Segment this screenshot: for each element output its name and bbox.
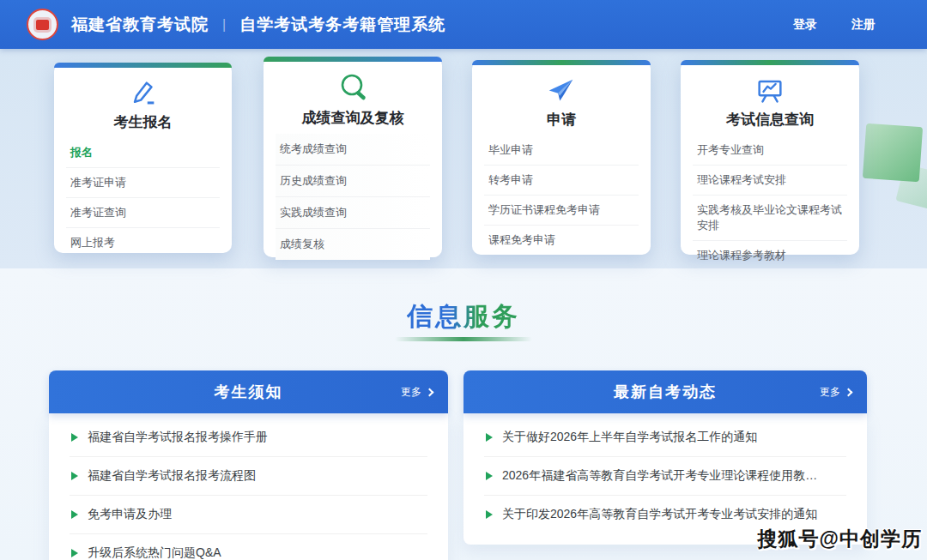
more-label: 更多 [820, 385, 840, 400]
seal-core-icon [36, 20, 49, 30]
panel-title: 考生须知 [215, 382, 283, 402]
card-menu-item[interactable]: 实践成绩查询 [276, 197, 430, 229]
list-item-label: 福建省自学考试报名报考流程图 [88, 468, 256, 484]
search-icon [336, 71, 370, 105]
triangle-right-icon [486, 510, 493, 519]
list-item[interactable]: 免考申请及办理 [70, 496, 427, 534]
card-menu: 开考专业查询 理论课程考试安排 实践考核及毕业论文课程考试安排 理论课程参考教材 [681, 135, 859, 270]
more-button[interactable]: 更多 [401, 370, 433, 413]
list-item[interactable]: 升级后系统热门问题Q&A [70, 534, 427, 560]
card-applications: 申请 毕业申请 转考申请 学历证书课程免考申请 课程免考申请 [472, 60, 651, 255]
card-menu-item[interactable]: 开考专业查询 [693, 135, 847, 166]
more-button[interactable]: 更多 [820, 370, 851, 413]
card-title: 考试信息查询 [681, 110, 859, 129]
panel-header: 考生须知 更多 [49, 370, 448, 413]
panel-title: 最新自考动态 [614, 382, 717, 402]
list-item-label: 免考申请及办理 [88, 507, 172, 522]
title-underline [395, 337, 532, 341]
card-menu-item[interactable]: 网上报考 [66, 228, 220, 257]
card-menu-item[interactable]: 实践考核及毕业论文课程考试安排 [693, 196, 847, 241]
card-exam-info-query: 考试信息查询 开考专业查询 理论课程考试安排 实践考核及毕业论文课程考试安排 理… [681, 60, 859, 255]
presentation-chart-icon [754, 75, 786, 107]
register-link[interactable]: 注册 [851, 17, 876, 33]
card-menu-item[interactable]: 学历证书课程免考申请 [484, 196, 639, 226]
chevron-right-icon [845, 388, 853, 396]
list-item-label: 2026年福建省高等教育自学考试开考专业理论课程使用教… [502, 468, 817, 484]
triangle-right-icon [71, 433, 78, 442]
pencil-icon [127, 77, 160, 110]
watermark: 搜狐号@中创学历 [758, 526, 922, 552]
list-item[interactable]: 福建省自学考试报名报考流程图 [70, 457, 427, 496]
panel-header: 最新自考动态 更多 [464, 370, 867, 413]
top-navigation-bar: 福建省教育考试院 | 自学考试考务考籍管理系统 登录 注册 [0, 0, 927, 49]
card-menu-item[interactable]: 转考申请 [484, 166, 639, 196]
card-menu: 统考成绩查询 历史成绩查询 实践成绩查询 成绩复核 [264, 134, 442, 260]
notice-panel: 考生须知 更多 福建省自学考试报名报考操作手册 福建省自学考试报名报考流程图 免… [49, 370, 448, 560]
list-item-label: 关于做好2026年上半年自学考试报名工作的通知 [502, 430, 757, 445]
org-title: 福建省教育考试院 [71, 14, 209, 36]
triangle-right-icon [71, 549, 78, 557]
card-menu: 报名 准考证申请 准考证查询 网上报考 [54, 138, 232, 257]
card-score-query-review: 成绩查询及复核 统考成绩查询 历史成绩查询 实践成绩查询 成绩复核 [264, 57, 442, 257]
triangle-right-icon [71, 472, 78, 480]
info-section-title: 信息服务 [407, 299, 520, 334]
triangle-right-icon [486, 433, 493, 442]
login-link[interactable]: 登录 [793, 17, 817, 33]
list-item-label: 福建省自学考试报名报考操作手册 [88, 430, 268, 445]
card-menu-item[interactable]: 毕业申请 [484, 135, 639, 166]
paper-plane-icon [545, 75, 578, 107]
list-item-label: 升级后系统热门问题Q&A [88, 545, 221, 560]
triangle-right-icon [486, 472, 493, 480]
panel-body: 福建省自学考试报名报考操作手册 福建省自学考试报名报考流程图 免考申请及办理 升… [49, 413, 448, 560]
triangle-right-icon [71, 510, 78, 519]
list-item[interactable]: 关于做好2026年上半年自学考试报名工作的通知 [484, 418, 846, 457]
card-title: 考生报名 [54, 112, 232, 132]
card-menu-item[interactable]: 统考成绩查询 [276, 134, 430, 166]
green-deco-square [863, 123, 923, 182]
card-title: 成绩查询及复核 [264, 108, 442, 128]
card-menu-item[interactable]: 理论课程考试安排 [693, 166, 847, 196]
news-panel: 最新自考动态 更多 关于做好2026年上半年自学考试报名工作的通知 2026年福… [464, 370, 867, 545]
title-divider: | [222, 17, 226, 33]
more-label: 更多 [401, 385, 421, 400]
card-menu-item[interactable]: 准考证申请 [66, 168, 220, 198]
card-menu-item[interactable]: 报名 [66, 138, 220, 168]
chevron-right-icon [426, 388, 434, 396]
list-item-label: 关于印发2026年高等教育自学考试开考专业考试安排的通知 [502, 507, 817, 522]
card-menu-item[interactable]: 成绩复核 [276, 229, 430, 260]
card-menu-item[interactable]: 准考证查询 [66, 198, 220, 228]
card-candidate-registration: 考生报名 报名 准考证申请 准考证查询 网上报考 [54, 63, 232, 253]
card-title: 申请 [472, 110, 651, 129]
card-menu-item[interactable]: 历史成绩查询 [276, 166, 430, 197]
list-item[interactable]: 2026年福建省高等教育自学考试开考专业理论课程使用教… [484, 457, 846, 496]
seal-icon [27, 9, 58, 40]
list-item[interactable]: 福建省自学考试报名报考操作手册 [70, 418, 427, 457]
card-menu-item[interactable]: 理论课程参考教材 [693, 241, 847, 270]
auth-links: 登录 注册 [793, 0, 876, 49]
card-menu: 毕业申请 转考申请 学历证书课程免考申请 课程免考申请 [472, 135, 651, 255]
card-menu-item[interactable]: 课程免考申请 [484, 226, 639, 255]
system-title: 自学考试考务考籍管理系统 [239, 14, 445, 36]
